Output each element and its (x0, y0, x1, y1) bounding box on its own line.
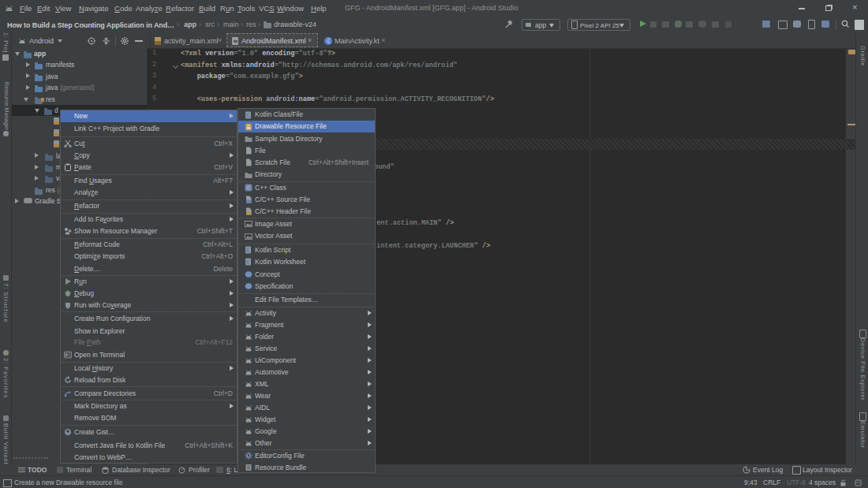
svg-text:C: C (247, 185, 251, 190)
